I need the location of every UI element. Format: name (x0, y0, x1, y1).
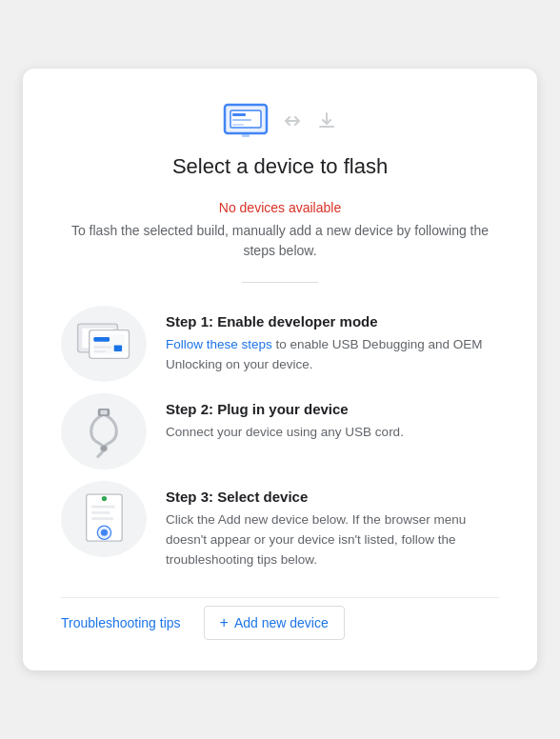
svg-rect-13 (93, 350, 106, 352)
step-3-content: Step 3: Select device Click the Add new … (166, 481, 499, 570)
step-1-desc: Follow these steps to enable USB Debuggi… (166, 335, 499, 375)
step-2-content: Step 2: Plug in your device Connect your… (166, 393, 499, 443)
svg-rect-4 (232, 124, 244, 126)
step-2-illustration (61, 393, 147, 469)
svg-rect-10 (93, 337, 110, 342)
step-2-item: Step 2: Plug in your device Connect your… (61, 393, 499, 469)
subtitle-text: To flash the selected build, manually ad… (61, 221, 499, 261)
step-2-desc: Connect your device using any USB cord. (166, 423, 499, 443)
svg-rect-19 (91, 506, 115, 509)
usb-icon (282, 110, 303, 131)
svg-rect-20 (91, 511, 110, 514)
add-device-label: Add new device (234, 615, 329, 630)
svg-point-18 (102, 496, 107, 501)
footer: Troubleshooting tips + Add new device (61, 597, 499, 640)
follow-steps-link[interactable]: Follow these steps (166, 337, 272, 351)
step-2-title: Step 2: Plug in your device (166, 401, 499, 417)
step-3-item: Step 3: Select device Click the Add new … (61, 481, 499, 570)
plus-icon: + (220, 614, 229, 631)
svg-rect-12 (93, 346, 111, 348)
device-icon (223, 103, 269, 139)
no-devices-status: No devices available (61, 200, 499, 215)
step-1-title: Step 1: Enable developer mode (166, 313, 499, 330)
step-1-item: Step 1: Enable developer mode Follow the… (61, 306, 499, 382)
svg-rect-21 (91, 517, 113, 520)
step-1-illustration (61, 306, 147, 382)
svg-rect-2 (232, 113, 246, 116)
svg-rect-3 (232, 119, 251, 121)
svg-rect-11 (113, 346, 121, 352)
page-title: Select a device to flash (61, 154, 499, 179)
download-icon (316, 110, 337, 131)
step-3-title: Step 3: Select device (166, 489, 499, 505)
step-1-content: Step 1: Enable developer mode Follow the… (166, 306, 499, 375)
header-icons (61, 103, 499, 139)
divider (242, 282, 318, 283)
svg-point-23 (101, 529, 108, 536)
main-card: Select a device to flash No devices avai… (23, 69, 537, 670)
svg-rect-5 (242, 134, 250, 137)
troubleshooting-tips-link[interactable]: Troubleshooting tips (61, 615, 181, 630)
add-new-device-button[interactable]: + Add new device (204, 606, 345, 640)
step-3-illustration (61, 481, 147, 557)
step-list: Step 1: Enable developer mode Follow the… (61, 306, 499, 570)
svg-rect-15 (100, 410, 107, 414)
step-3-desc: Click the Add new device below. If the b… (166, 510, 499, 570)
svg-point-16 (100, 445, 107, 451)
